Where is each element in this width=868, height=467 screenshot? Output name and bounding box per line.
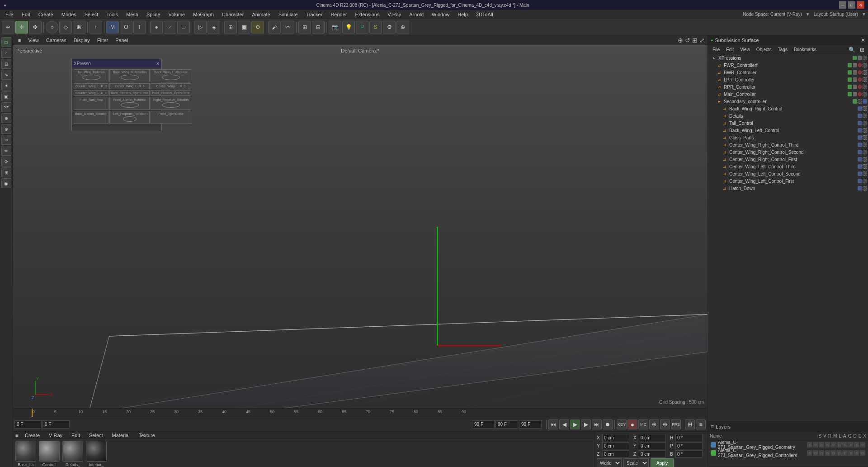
current-frame-input[interactable]: 0 F: [42, 420, 70, 429]
layer-item-controllers[interactable]: Alenia_C-27J_Spartan_Grey_Rigged_Control…: [708, 449, 868, 457]
light-btn[interactable]: 💡: [342, 21, 355, 33]
menu-edit[interactable]: Edit: [18, 11, 34, 18]
go-start-btn[interactable]: ⏮: [548, 419, 558, 429]
coord-mode-select[interactable]: World Object: [597, 458, 622, 467]
obj-item-main[interactable]: ⊿ Main_Controller ⊘: [708, 91, 868, 98]
paint-btn[interactable]: 🖌: [268, 21, 281, 33]
second-playback-input[interactable]: 90 F: [519, 420, 542, 429]
mat-edit-menu[interactable]: Edit: [69, 432, 83, 438]
anim-btn[interactable]: ▷: [194, 21, 207, 33]
sim-btn[interactable]: ◈: [208, 21, 220, 33]
motion-clip-btn[interactable]: MC: [638, 419, 648, 429]
layer-hamburger[interactable]: ≡: [711, 424, 714, 430]
menu-mesh[interactable]: Mesh: [123, 11, 142, 18]
obj-item-cwlct3[interactable]: ⊿ Center_Wing_Left_Control_Third: [708, 163, 868, 170]
play-btn[interactable]: ▶: [570, 419, 580, 429]
obj-bookmarks-menu[interactable]: Bookmarks: [791, 47, 819, 52]
anim-mode-btn[interactable]: ●: [627, 419, 637, 429]
rotate-circle-btn[interactable]: ○: [46, 21, 58, 33]
obj-item-secondary[interactable]: ▸ Secondary_controller: [708, 98, 868, 105]
scale-diamond-btn[interactable]: ◇: [59, 21, 72, 33]
select-btn[interactable]: ✛: [15, 21, 28, 33]
sculpt-btn[interactable]: ⌤: [282, 21, 294, 33]
mat-texture-menu[interactable]: Texture: [136, 432, 158, 438]
apply-button[interactable]: Apply: [651, 458, 674, 467]
transform-mode-select[interactable]: Scale Move Rotate: [623, 458, 649, 467]
obj-objects-menu[interactable]: Objects: [754, 47, 774, 52]
viewport-view-menu[interactable]: View: [25, 37, 42, 43]
menu-vray[interactable]: V-Ray: [384, 11, 405, 18]
viewport-display-menu[interactable]: Display: [71, 37, 93, 43]
tool-camera[interactable]: ▣: [1, 91, 11, 101]
tool-spline[interactable]: ∿: [1, 70, 11, 80]
poly-btn[interactable]: □: [177, 21, 190, 33]
obj-item-glassparts[interactable]: ⊿ Glass_Parts: [708, 134, 868, 141]
obj-item-tailctrl[interactable]: ⊿ Tail_Control: [708, 119, 868, 127]
menu-select[interactable]: Select: [81, 11, 102, 18]
transform-btn[interactable]: ⌘: [73, 21, 85, 33]
layout-btn[interactable]: ⊞: [685, 419, 695, 429]
playback-frame-input[interactable]: 90 F: [495, 420, 518, 429]
tool-motion[interactable]: ⟳: [1, 157, 11, 167]
coord-x2-input[interactable]: 0 cm: [639, 434, 666, 441]
obj-item-cwrcf1[interactable]: ⊿ Center_Wing_Right_Control_First: [708, 156, 868, 163]
menu-volume[interactable]: Volume: [165, 11, 189, 18]
tool-sphere[interactable]: ○: [1, 48, 11, 58]
tool-light[interactable]: ✶: [1, 81, 11, 91]
menu-extensions[interactable]: Extensions: [351, 11, 383, 18]
obj-item-backwingright[interactable]: ⊿ Back_Wing_Right_Control: [708, 105, 868, 112]
tool-sketch[interactable]: ✏: [1, 146, 11, 156]
texture-btn[interactable]: T: [133, 21, 146, 33]
coord-y-input[interactable]: 0 cm: [602, 442, 629, 449]
viewport-filter-menu[interactable]: Filter: [94, 37, 111, 43]
tool-scene[interactable]: ⊕: [1, 113, 11, 123]
script-btn[interactable]: S: [369, 21, 382, 33]
undo-btn[interactable]: ↩: [2, 21, 14, 33]
tool-plane[interactable]: ⊟: [1, 59, 11, 69]
menu-tracker[interactable]: Tracker: [302, 11, 326, 18]
tool-cube[interactable]: □: [1, 37, 11, 47]
move-btn[interactable]: ✤: [29, 21, 42, 33]
obj-item-rpr[interactable]: ⊿ RPR_Controller ⊘: [708, 83, 868, 91]
start-frame-input[interactable]: 0 F: [14, 420, 42, 429]
obj-item-xpressions[interactable]: ▸ XPressions: [708, 54, 868, 62]
obj-edit-menu[interactable]: Edit: [723, 47, 736, 52]
end-frame-input[interactable]: 90 F: [472, 420, 495, 429]
render-view-btn[interactable]: ▣: [238, 21, 250, 33]
settings-btn[interactable]: ⚙: [383, 21, 396, 33]
obj-item-cwlcs2[interactable]: ⊿ Center_Wing_Left_Control_Second: [708, 170, 868, 177]
obj-item-fwr[interactable]: ⊿ FWR_Controllerf ⊘: [708, 62, 868, 69]
xpresso-node-1[interactable]: Tail_Wing_Rotation: [74, 69, 108, 82]
tool-hair[interactable]: ≋: [1, 135, 11, 145]
xpresso-node-11[interactable]: Front_Aileron_Rotation: [109, 97, 150, 110]
menu-simulate[interactable]: Simulate: [275, 11, 302, 18]
viewport-panel-menu[interactable]: Panel: [113, 37, 131, 43]
mat-vray-menu[interactable]: V-Ray: [46, 432, 65, 438]
obj-header-close[interactable]: ✕: [861, 37, 865, 43]
obj-file-menu[interactable]: File: [710, 47, 722, 52]
mat-select-menu[interactable]: Select: [86, 432, 106, 438]
edge-btn[interactable]: ⟋: [164, 21, 176, 33]
xpresso-node-3[interactable]: Back_Wing_L_Rotation: [151, 69, 191, 82]
obj-item-cwlcf1[interactable]: ⊿ Center_Wing_Left_Control_First: [708, 177, 868, 185]
tool-mograph[interactable]: ⊛: [1, 124, 11, 134]
obj-view-menu[interactable]: View: [737, 47, 753, 52]
obj-item-hatchdown[interactable]: ⊿ Hatch_Down: [708, 185, 868, 192]
material-item-2[interactable]: Details_: [62, 441, 83, 467]
obj-tags-menu[interactable]: Tags: [775, 47, 790, 52]
model-btn[interactable]: M: [106, 21, 119, 33]
point-btn[interactable]: ●: [150, 21, 163, 33]
menu-arnold[interactable]: Arnold: [406, 11, 427, 18]
menu-help[interactable]: Help: [454, 11, 472, 18]
viewport-icon2[interactable]: ↺: [685, 37, 690, 44]
viewport-3d[interactable]: XPresso ✕ Tail_Wing_Rotation Back_Wing_R…: [13, 45, 708, 408]
viewport-fullscreen[interactable]: ⤢: [699, 37, 705, 44]
tool-xpresso[interactable]: ⊞: [1, 167, 11, 177]
menu-spline[interactable]: Spline: [143, 11, 164, 18]
step-back-btn[interactable]: ◀: [559, 419, 569, 429]
xpresso-node-5[interactable]: Center_Wing_L_R_3: [109, 83, 150, 89]
obj-search-icon[interactable]: 🔍: [847, 47, 857, 53]
menu-window[interactable]: Window: [428, 11, 453, 18]
plus-btn[interactable]: +: [90, 21, 102, 33]
material-item-0[interactable]: Base_Ita: [15, 441, 36, 467]
